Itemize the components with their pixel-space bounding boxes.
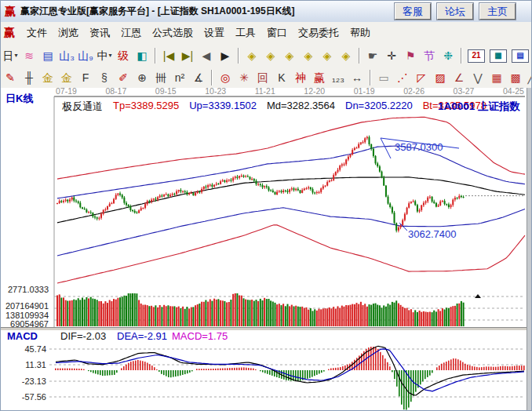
forum-button[interactable]: 论坛 xyxy=(437,3,473,20)
expand-horizontal-diamond-icon[interactable]: ◈ xyxy=(337,48,355,64)
macd-scale-label: 11.31 xyxy=(16,360,46,369)
crosshair-icon[interactable]: ✛ xyxy=(383,48,400,64)
date-label: 12-20 xyxy=(304,86,325,96)
box-spiral-icon[interactable]: 回 xyxy=(254,70,271,86)
toolbar-main: 日▾≋▤山₃山₉中▾级◧|◀▶|◀▶◈◈◈◈◈◈☛✛⚑节❉21▦▤◫⧉ xyxy=(1,44,532,68)
menu-file[interactable]: 文件 xyxy=(27,26,47,40)
red-grid-icon[interactable]: ▦ xyxy=(488,70,505,86)
stock-rank-icon[interactable]: 级 xyxy=(115,48,132,64)
right-scrollbar[interactable] xyxy=(527,88,532,411)
shen-tool-icon[interactable]: 神 xyxy=(292,70,309,86)
trend-curves-icon[interactable]: ≋ xyxy=(20,48,38,64)
macd-scale-label: -57.56 xyxy=(16,392,46,402)
kline-note-icon[interactable]: K xyxy=(273,70,290,86)
menu-formula-stockpick[interactable]: 公式选股 xyxy=(152,26,193,40)
menu-news[interactable]: 资讯 xyxy=(89,26,110,40)
quote-note-icon[interactable]: ▤ xyxy=(39,48,56,64)
zoom-out-diamond-icon[interactable]: ◈ xyxy=(262,48,279,64)
peak-annotation: 3587.0300 xyxy=(395,141,443,153)
zoom-all-diamond-icon[interactable]: ◈ xyxy=(243,48,261,64)
last-bar-icon[interactable]: ▶| xyxy=(179,48,196,64)
dropdown-arrow-icon[interactable]: ▾ xyxy=(108,53,111,59)
date-label: 03-27 xyxy=(454,86,475,96)
expand-vertical-diamond-icon[interactable]: ◈ xyxy=(319,48,336,64)
angle-lines-icon[interactable]: ∠ xyxy=(450,70,468,86)
gann-gold-grid-icon[interactable]: 金 xyxy=(39,70,56,86)
grid-tool-icon[interactable]: ╫ xyxy=(20,70,38,86)
toolbar-separator xyxy=(461,48,462,64)
menu-browse[interactable]: 浏览 xyxy=(58,26,78,40)
menu-settings[interactable]: 设置 xyxy=(204,26,224,40)
win-tool-icon[interactable]: 赢 xyxy=(311,70,328,86)
single-candle-icon[interactable]: 中▾ xyxy=(96,48,113,64)
protractor-icon[interactable]: ∡ xyxy=(190,70,207,86)
compress-diamond-icon[interactable]: ◈ xyxy=(300,48,317,64)
menu-window[interactable]: 窗口 xyxy=(267,26,287,40)
ma-lines-9-icon[interactable]: 山₉ xyxy=(77,48,94,64)
price-min-label: 2771.0333 xyxy=(3,285,49,294)
hatch-lines-icon[interactable]: ╱╱ xyxy=(526,70,532,86)
v-lines-icon[interactable]: ⋁ xyxy=(469,70,486,86)
fan-lines-icon[interactable]: ⋰ xyxy=(394,70,411,86)
prev-bar-icon[interactable]: ◀ xyxy=(198,48,215,64)
menu-trade[interactable]: 交易委托 xyxy=(298,26,339,40)
ma-lines-3-icon[interactable]: 山₃ xyxy=(58,48,75,64)
date-label: 11-21 xyxy=(255,86,275,96)
menu-logo-icon: 赢 xyxy=(4,26,15,40)
chart-area: 3587.03003062.7400 07-1908-1709-1510-231… xyxy=(1,88,532,411)
box-select-icon[interactable]: ▭ xyxy=(375,70,392,86)
gann-target-icon[interactable]: ◎ xyxy=(217,70,234,86)
toolbar-separator xyxy=(155,48,156,64)
dropdown-arrow-icon[interactable]: ▾ xyxy=(14,53,17,59)
n-square-icon[interactable]: n² xyxy=(171,70,188,86)
title-bar: 赢 赢家江恩专业版[赢家服务平台] - [上证指数 SH1A0001-195日K… xyxy=(1,1,532,23)
fib-grid-icon[interactable]: F xyxy=(77,70,94,86)
draw-pencil-icon[interactable]: ✎ xyxy=(2,70,19,86)
app-window: 赢 赢家江恩专业版[赢家服务平台] - [上证指数 SH1A0001-195日K… xyxy=(0,0,532,411)
period-label: 日K线 xyxy=(5,92,33,106)
almanac-icon[interactable]: 节 xyxy=(421,48,438,64)
trendline-alarm-icon[interactable]: ⚑ xyxy=(402,48,419,64)
color-histogram-icon[interactable]: ◧ xyxy=(133,48,151,64)
kline-period-icon[interactable]: 日▾ xyxy=(2,48,19,64)
menu-help[interactable]: 帮助 xyxy=(350,26,370,40)
cycle-circle-icon[interactable]: ⊕ xyxy=(133,70,151,86)
box-hatch-icon[interactable]: ▨ xyxy=(432,70,449,86)
pencil-grid-icon[interactable]: ✐ xyxy=(115,70,132,86)
indicator-values: Tp=3389.5295Up=3339.1502Md=3282.3564Dn=3… xyxy=(113,100,486,114)
menu-bar: 赢 文件 浏览 资讯 江恩 公式选股 设置 工具 窗口 交易委托 帮助 xyxy=(1,22,532,45)
width-measure-icon[interactable]: ↔ xyxy=(348,70,366,86)
macd-scale-label: 45.74 xyxy=(16,344,46,354)
memo-icon[interactable]: ▤ xyxy=(512,49,529,63)
window-title: 赢家江恩专业版[赢家服务平台] - [上证指数 SH1A0001-195日K线] xyxy=(20,5,294,18)
kline-chart[interactable]: 3587.03003062.7400 xyxy=(1,88,532,411)
next-bar-icon[interactable]: ▶ xyxy=(217,48,234,64)
toolbar-separator xyxy=(211,70,213,85)
customer-service-button[interactable]: 客服 xyxy=(395,3,431,20)
symbol-code: 1A0001 xyxy=(438,100,475,112)
macd-value-row: MACDDIF=-2.03DEA=-2.91MACD=1.75 xyxy=(1,330,527,343)
first-bar-icon[interactable]: |◀ xyxy=(160,48,177,64)
indicator-value: Dn=3205.2220 xyxy=(345,100,413,114)
red-grid-2-icon[interactable]: ▩ xyxy=(507,70,524,86)
relation-wheel-icon[interactable]: ❉ xyxy=(439,48,457,64)
dense-grid-icon[interactable]: 卌 xyxy=(152,70,169,86)
star-target-icon[interactable]: ✳ xyxy=(235,70,253,86)
symbol-label: 1A0001 上证指数 xyxy=(438,100,520,114)
date-label: 10-23 xyxy=(205,86,226,96)
menu-gann[interactable]: 江恩 xyxy=(121,26,141,40)
box-fan-icon[interactable]: ◸ xyxy=(413,70,430,86)
home-button[interactable]: 主页 xyxy=(479,3,516,20)
menu-tools[interactable]: 工具 xyxy=(235,26,256,40)
zoom-in-diamond-icon[interactable]: ◈ xyxy=(281,48,298,64)
indicator-value: Up=3339.1502 xyxy=(189,100,257,114)
macd-row-value: DEA=-2.91 xyxy=(117,330,167,342)
calendar-icon[interactable]: 21 xyxy=(468,49,485,63)
ruler-123-icon[interactable]: ₁₂₃ xyxy=(330,70,347,86)
spiral-icon[interactable]: § xyxy=(96,70,113,86)
pan-hand-icon[interactable]: ☛ xyxy=(364,48,381,64)
calculator-icon[interactable]: ▦ xyxy=(490,49,507,63)
gann-gold-grid-2-icon[interactable]: 金 xyxy=(58,70,75,86)
indicator-value: Tp=3389.5295 xyxy=(113,100,179,114)
toolbar-separator xyxy=(359,48,360,64)
